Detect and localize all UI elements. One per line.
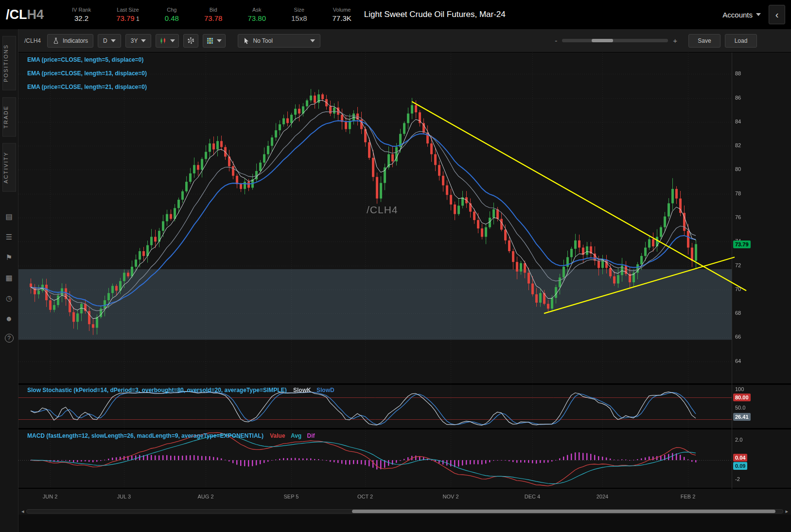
ema21-study-label[interactable]: EMA (price=CLOSE, length=21, displace=0) <box>27 84 147 90</box>
chart-settings-button[interactable] <box>183 34 198 48</box>
slowd-legend: SlowD <box>316 387 334 394</box>
macd-value-legend: Value <box>270 432 285 439</box>
price-axis-label: 78 <box>735 190 741 196</box>
quote-field-last-size: Last Size73.79 1 <box>116 7 140 22</box>
users-icon[interactable]: ☻ <box>4 313 15 324</box>
price-axis-label: 64 <box>735 358 741 364</box>
watchlist-icon[interactable]: ☰ <box>4 232 15 242</box>
pattern-dropdown[interactable] <box>203 34 226 48</box>
save-button[interactable]: Save <box>688 34 721 48</box>
quote-fields: IV Rank32.2Last Size73.79 1Chg0.48Bid73.… <box>72 7 352 22</box>
stoch-axis-100: 100 <box>735 386 744 392</box>
quote-field-bid: Bid73.78 <box>204 7 223 22</box>
scroll-left-icon[interactable]: ◂ <box>21 509 24 514</box>
chevron-down-icon <box>310 39 315 42</box>
quote-field-volume: Volume77.3K <box>333 7 352 22</box>
accounts-dropdown[interactable]: Accounts <box>722 11 761 19</box>
cursor-icon <box>243 37 249 44</box>
quote-field-ask: Ask73.80 <box>247 7 266 22</box>
sidebar-icons: ▤☰⚑▦◷☻? <box>4 211 15 343</box>
period-label: D <box>103 37 107 44</box>
quote-field-value: 73.80 <box>247 14 266 22</box>
chart-type-dropdown[interactable] <box>156 34 179 48</box>
flag-icon[interactable]: ⚑ <box>4 252 15 263</box>
stochastic-label-text: Slow Stochastic (kPeriod=14, dPeriod=3, … <box>27 387 287 394</box>
gear-icon <box>187 37 194 44</box>
chart-icon[interactable]: ▤ <box>4 211 15 222</box>
zoom-in-button[interactable]: + <box>673 36 677 45</box>
quote-field-label: Last Size <box>116 7 140 13</box>
last-price-badge: 73.79 <box>733 240 751 248</box>
quote-field-value: 15x8 <box>291 14 307 22</box>
scrollbar-track[interactable] <box>26 509 784 514</box>
collapse-panel-button[interactable]: ‹ <box>769 5 785 24</box>
ema13-study-label[interactable]: EMA (price=CLOSE, length=13, displace=0) <box>27 70 147 77</box>
drawing-tool-dropdown[interactable]: No Tool <box>238 34 320 48</box>
quote-field-label: Ask <box>247 7 266 13</box>
chart-panel: /CLH4 Indicators D 3Y <box>18 29 791 532</box>
candlestick-icon <box>159 37 167 44</box>
macd-avg-badge: 0.09 <box>733 462 747 470</box>
quote-field-value: 0.48 <box>165 14 179 22</box>
price-axis-label: 70 <box>735 286 741 292</box>
chevron-down-icon <box>756 13 761 16</box>
price-axis-label: 76 <box>735 214 741 220</box>
macd-study-label[interactable]: MACD (fastLength=12, slowLength=26, macd… <box>27 432 315 439</box>
indicators-button[interactable]: Indicators <box>47 34 93 48</box>
macd-value-badge: 0.04 <box>733 454 747 462</box>
chevron-down-icon <box>141 39 146 42</box>
chevron-down-icon <box>111 39 116 42</box>
price-axis-label: 80 <box>735 166 741 172</box>
grid-icon[interactable]: ▦ <box>4 273 15 283</box>
clock-icon[interactable]: ◷ <box>4 293 15 304</box>
quote-field-size: Size15x8 <box>291 7 307 22</box>
stochastic-study-label[interactable]: Slow Stochastic (kPeriod=14, dPeriod=3, … <box>27 387 334 394</box>
price-axis-label: 86 <box>735 95 741 101</box>
zoom-slider-thumb[interactable] <box>592 39 613 42</box>
time-axis-label: OCT 2 <box>354 494 376 499</box>
price-axis-label: 82 <box>735 142 741 148</box>
instrument-symbol: /CLH4 <box>6 7 63 22</box>
toolbar-symbol-label: /CLH4 <box>24 37 41 44</box>
chart-toolbar: /CLH4 Indicators D 3Y <box>18 29 791 52</box>
zoom-control: - + <box>555 36 677 45</box>
chart-area: EMA (price=CLOSE, length=5, displace=0) … <box>18 52 791 504</box>
scrollbar-thumb[interactable] <box>352 510 775 513</box>
quote-field-label: Bid <box>204 7 223 13</box>
chart-watermark: /CLH4 <box>367 204 398 216</box>
quote-field-chg: Chg0.48 <box>165 7 179 22</box>
price-axis-label: 72 <box>735 262 741 268</box>
sidebar-tab-positions[interactable]: POSITIONS <box>2 36 16 90</box>
chevron-down-icon <box>170 39 175 42</box>
quote-field-value: 73.78 <box>204 14 223 22</box>
load-button[interactable]: Load <box>725 34 757 48</box>
macd-dif-legend: Dif <box>307 432 315 439</box>
time-axis-label: NOV 2 <box>439 494 462 499</box>
stoch-overbought-badge: 80.00 <box>733 394 751 401</box>
period-dropdown[interactable]: D <box>98 34 121 48</box>
zoom-slider[interactable] <box>562 39 668 42</box>
sidebar-tab-trade[interactable]: TRADE <box>2 97 16 137</box>
macd-avg-legend: Avg <box>291 432 301 439</box>
range-label: 3Y <box>131 37 138 44</box>
range-dropdown[interactable]: 3Y <box>125 34 152 48</box>
quote-field-label: IV Rank <box>72 7 91 13</box>
scroll-right-icon[interactable]: ▸ <box>785 509 788 514</box>
price-axis-label: 68 <box>735 310 741 316</box>
symbol-root: /CL <box>6 7 27 22</box>
bottom-filler <box>18 515 791 532</box>
macd-axis-bottom: -2 <box>735 476 740 482</box>
sidebar-tab-activity[interactable]: ACTIVITY <box>2 143 16 192</box>
price-axis-label: 88 <box>735 70 741 76</box>
indicators-label: Indicators <box>63 37 88 44</box>
quote-field-label: Chg <box>165 7 179 13</box>
time-axis-label: FEB 2 <box>677 494 699 499</box>
ema5-study-label[interactable]: EMA (price=CLOSE, length=5, displace=0) <box>27 56 143 63</box>
quote-field-label: Volume <box>333 7 352 13</box>
quote-field-label: Size <box>291 7 307 13</box>
accounts-label: Accounts <box>722 11 753 19</box>
top-header: /CLH4 IV Rank32.2Last Size73.79 1Chg0.48… <box>0 0 791 29</box>
instrument-title: Light Sweet Crude Oil Futures, Mar-24 <box>364 10 506 19</box>
zoom-out-button[interactable]: - <box>555 36 557 45</box>
help-icon[interactable]: ? <box>5 334 14 343</box>
